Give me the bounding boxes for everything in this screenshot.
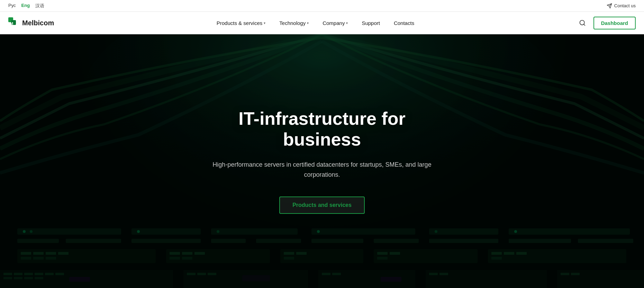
- lang-rus[interactable]: Рус: [8, 3, 16, 9]
- svg-text:M: M: [10, 21, 13, 26]
- technology-chevron-icon: ▾: [307, 21, 309, 25]
- main-nav: M Melbicom Products & services ▾ Technol…: [0, 12, 644, 34]
- nav-technology[interactable]: Technology ▾: [274, 17, 314, 29]
- nav-products-services[interactable]: Products & services ▾: [211, 17, 271, 29]
- contact-us-top[interactable]: Contact us: [607, 3, 636, 9]
- send-icon: [607, 3, 612, 9]
- top-bar: Рус Eng 汉语 Contact us: [0, 0, 644, 12]
- hero-subtitle: High-performance servers in certified da…: [208, 160, 436, 180]
- hero-cta-button[interactable]: Products and services: [279, 197, 365, 214]
- logo-icon: M: [8, 17, 19, 28]
- hero-section: IT-infrastructure for business High-perf…: [0, 34, 644, 288]
- lang-eng[interactable]: Eng: [21, 3, 30, 9]
- nav-contacts[interactable]: Contacts: [388, 17, 420, 29]
- dashboard-button[interactable]: Dashboard: [593, 17, 636, 29]
- contact-us-label: Contact us: [614, 3, 636, 8]
- hero-title: IT-infrastructure for business: [208, 108, 436, 150]
- hero-content: IT-infrastructure for business High-perf…: [201, 108, 443, 213]
- search-icon: [579, 19, 586, 26]
- products-chevron-icon: ▾: [264, 21, 265, 25]
- lang-cn[interactable]: 汉语: [35, 3, 44, 9]
- nav-right: Dashboard: [577, 17, 636, 29]
- search-button[interactable]: [577, 17, 588, 28]
- language-switcher: Рус Eng 汉语: [8, 3, 44, 9]
- logo-text: Melbicom: [22, 19, 54, 27]
- nav-links: Products & services ▾ Technology ▾ Compa…: [54, 17, 577, 29]
- logo[interactable]: M Melbicom: [8, 17, 54, 28]
- nav-support[interactable]: Support: [356, 17, 386, 29]
- company-chevron-icon: ▾: [346, 21, 348, 25]
- svg-line-6: [584, 24, 585, 26]
- nav-company[interactable]: Company ▾: [317, 17, 353, 29]
